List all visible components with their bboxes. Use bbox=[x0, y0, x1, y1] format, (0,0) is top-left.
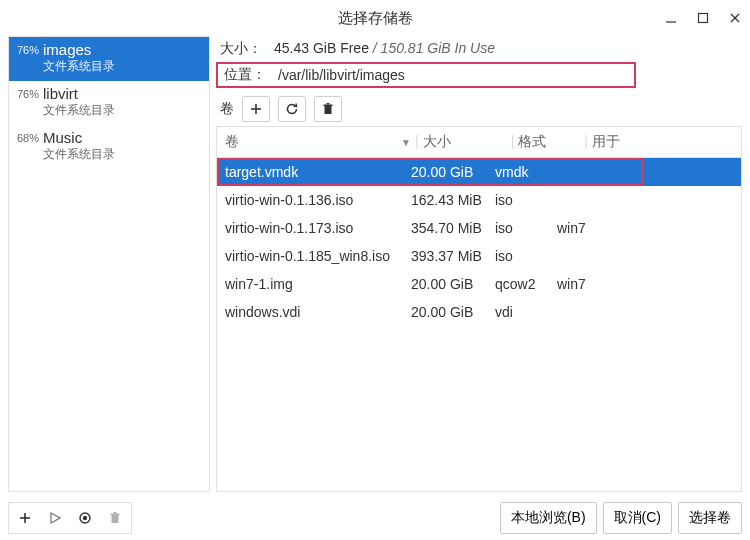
stop-pool-button[interactable] bbox=[71, 505, 99, 531]
header-format-col[interactable]: 格式 bbox=[518, 133, 580, 151]
location-path: /var/lib/libvirt/images bbox=[272, 67, 405, 83]
table-row[interactable]: windows.vdi 20.00 GiB vdi bbox=[217, 298, 741, 326]
titlebar: 选择存储卷 bbox=[0, 0, 750, 36]
cell-volume: virtio-win-0.1.185_win8.iso bbox=[225, 248, 411, 264]
header-volume-label: 卷 bbox=[225, 133, 239, 151]
svg-rect-6 bbox=[325, 106, 332, 114]
header-used-label: 用于 bbox=[592, 133, 620, 149]
cell-used: win7 bbox=[557, 220, 733, 236]
header-size-col[interactable]: 大小 bbox=[423, 133, 507, 151]
cell-volume: win7-1.img bbox=[225, 276, 411, 292]
cell-size: 393.37 MiB bbox=[411, 248, 495, 264]
table-row[interactable]: virtio-win-0.1.185_win8.iso 393.37 MiB i… bbox=[217, 242, 741, 270]
pool-percent: 76% bbox=[13, 85, 39, 100]
header-size-label: 大小 bbox=[423, 133, 451, 149]
cell-volume: windows.vdi bbox=[225, 304, 411, 320]
svg-rect-7 bbox=[324, 105, 333, 107]
minimize-icon[interactable] bbox=[664, 11, 678, 25]
size-info: 大小： 45.43 GiB Free / 150.81 GiB In Use bbox=[216, 36, 742, 60]
window-controls bbox=[664, 0, 742, 36]
header-format-label: 格式 bbox=[518, 133, 546, 149]
table-row[interactable]: win7-1.img 20.00 GiB qcow2 win7 bbox=[217, 270, 741, 298]
size-divider: / bbox=[373, 40, 377, 56]
svg-marker-11 bbox=[51, 513, 60, 523]
refresh-button[interactable] bbox=[278, 96, 306, 122]
pool-toolbar bbox=[8, 502, 132, 534]
volume-toolbar-label: 卷 bbox=[216, 100, 234, 118]
cell-volume: virtio-win-0.1.173.iso bbox=[225, 220, 411, 236]
add-volume-button[interactable] bbox=[242, 96, 270, 122]
cell-size: 162.43 MiB bbox=[411, 192, 495, 208]
table-body: target.vmdk 20.00 GiB vmdk virtio-win-0.… bbox=[217, 158, 741, 491]
pool-subtitle: 文件系统目录 bbox=[43, 58, 115, 75]
pool-item-libvirt[interactable]: 76% libvirt 文件系统目录 bbox=[9, 81, 209, 125]
cell-used: win7 bbox=[557, 276, 733, 292]
start-pool-button[interactable] bbox=[41, 505, 69, 531]
cell-format: iso bbox=[495, 192, 557, 208]
pool-item-images[interactable]: 76% images 文件系统目录 bbox=[9, 37, 209, 81]
pool-subtitle: 文件系统目录 bbox=[43, 146, 115, 163]
cell-format: iso bbox=[495, 248, 557, 264]
selected-row-highlight-box[interactable]: target.vmdk 20.00 GiB vmdk bbox=[217, 158, 643, 186]
table-row[interactable]: virtio-win-0.1.173.iso 354.70 MiB iso wi… bbox=[217, 214, 741, 242]
volume-table: 卷 ▼ | 大小 | 格式 | 用于 target.vmdk 20.00 GiB… bbox=[216, 126, 742, 492]
location-label: 位置： bbox=[218, 66, 272, 84]
svg-rect-14 bbox=[112, 515, 119, 523]
close-icon[interactable] bbox=[728, 11, 742, 25]
cell-format: iso bbox=[495, 220, 557, 236]
pool-name: Music bbox=[43, 129, 115, 146]
cell-volume: virtio-win-0.1.136.iso bbox=[225, 192, 411, 208]
pool-sidebar: 76% images 文件系统目录 76% libvirt 文件系统目录 68%… bbox=[8, 36, 210, 492]
location-highlight-box: 位置： /var/lib/libvirt/images bbox=[216, 62, 636, 88]
table-row[interactable]: virtio-win-0.1.136.iso 162.43 MiB iso bbox=[217, 186, 741, 214]
add-pool-button[interactable] bbox=[11, 505, 39, 531]
maximize-icon[interactable] bbox=[696, 11, 710, 25]
delete-volume-button[interactable] bbox=[314, 96, 342, 122]
cell-size: 20.00 GiB bbox=[411, 304, 495, 320]
pool-name: images bbox=[43, 41, 115, 58]
svg-rect-8 bbox=[327, 103, 330, 105]
window-title: 选择存储卷 bbox=[338, 9, 413, 28]
in-use-space: 150.81 GiB In Use bbox=[381, 40, 495, 56]
sort-desc-icon: ▼ bbox=[401, 137, 411, 148]
svg-rect-16 bbox=[114, 512, 117, 514]
cancel-button[interactable]: 取消(C) bbox=[603, 502, 672, 534]
cell-format: vmdk bbox=[495, 164, 557, 180]
size-label: 大小： bbox=[220, 40, 262, 58]
table-header: 卷 ▼ | 大小 | 格式 | 用于 bbox=[217, 127, 741, 158]
cell-size: 20.00 GiB bbox=[411, 164, 495, 180]
select-volume-button[interactable]: 选择卷 bbox=[678, 502, 742, 534]
svg-point-13 bbox=[83, 516, 87, 520]
svg-rect-15 bbox=[111, 514, 120, 516]
header-volume-col[interactable]: 卷 ▼ bbox=[225, 133, 411, 151]
pool-subtitle: 文件系统目录 bbox=[43, 102, 115, 119]
pool-name: libvirt bbox=[43, 85, 115, 102]
cell-format: qcow2 bbox=[495, 276, 557, 292]
pool-percent: 68% bbox=[13, 129, 39, 144]
header-used-col[interactable]: 用于 bbox=[592, 133, 733, 151]
free-space: 45.43 GiB Free bbox=[274, 40, 369, 56]
cell-volume: target.vmdk bbox=[225, 164, 411, 180]
cell-format: vdi bbox=[495, 304, 557, 320]
browse-local-button[interactable]: 本地浏览(B) bbox=[500, 502, 597, 534]
svg-rect-1 bbox=[699, 14, 708, 23]
pool-item-music[interactable]: 68% Music 文件系统目录 bbox=[9, 125, 209, 169]
pool-percent: 76% bbox=[13, 41, 39, 56]
cell-size: 20.00 GiB bbox=[411, 276, 495, 292]
delete-pool-button[interactable] bbox=[101, 505, 129, 531]
cell-size: 354.70 MiB bbox=[411, 220, 495, 236]
